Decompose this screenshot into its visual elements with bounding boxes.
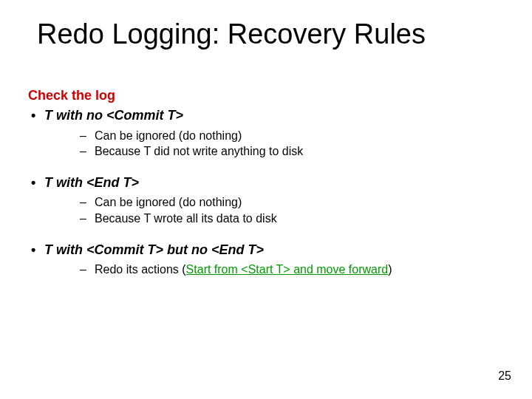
sub-item: Can be ignored (do nothing)	[44, 194, 510, 211]
bullet-heading: T with no <Commit T>	[44, 108, 183, 123]
bullet-list: T with no <Commit T> Can be ignored (do …	[28, 107, 510, 277]
slide-title: Redo Logging: Recovery Rules	[37, 18, 510, 50]
bullet-item: T with <Commit T> but no <End T> Redo it…	[28, 242, 510, 278]
sub-list: Can be ignored (do nothing) Because T di…	[44, 128, 510, 160]
bullet-item: T with <End T> Can be ignored (do nothin…	[28, 174, 510, 227]
bullet-heading: T with <Commit T> but no <End T>	[44, 242, 264, 257]
check-log-heading: Check the log	[28, 87, 510, 104]
bullet-heading: T with <End T>	[44, 175, 139, 190]
sub-item-highlight: Start from <Start T> and move forward	[186, 263, 389, 276]
bullet-item: T with no <Commit T> Can be ignored (do …	[28, 107, 510, 160]
sub-item: Because T did not write anything to disk	[44, 143, 510, 160]
slide-body: Check the log T with no <Commit T> Can b…	[28, 87, 510, 293]
sub-item-prefix: Redo its actions (	[95, 263, 186, 276]
sub-item: Redo its actions (Start from <Start T> a…	[44, 262, 510, 278]
sub-list: Can be ignored (do nothing) Because T wr…	[44, 194, 510, 226]
sub-item: Can be ignored (do nothing)	[44, 128, 510, 144]
sub-item-suffix: )	[388, 263, 392, 276]
page-number: 25	[498, 369, 511, 383]
sub-list: Redo its actions (Start from <Start T> a…	[44, 262, 510, 278]
sub-item: Because T wrote all its data to disk	[44, 211, 510, 227]
slide: Redo Logging: Recovery Rules Check the l…	[0, 0, 532, 399]
